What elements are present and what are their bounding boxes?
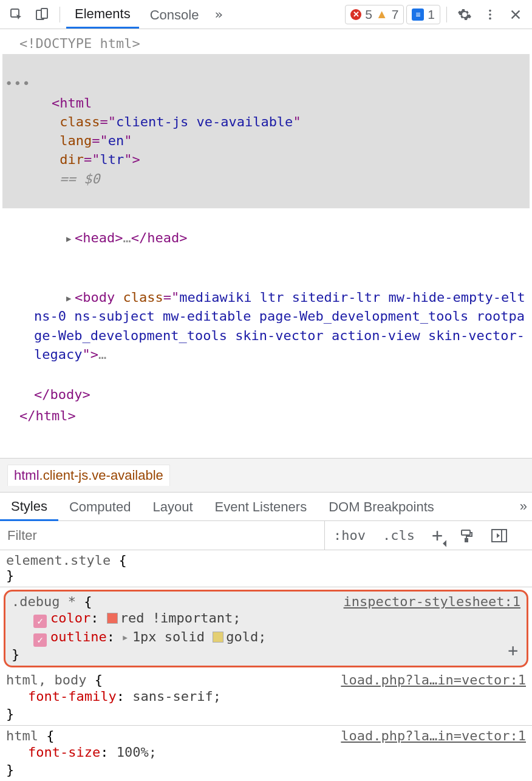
prop-row[interactable]: font-family: sans-serif;	[6, 687, 526, 706]
expand-triangle-icon[interactable]: ▶	[66, 233, 75, 245]
svg-point-4	[489, 13, 491, 16]
rule-element-style[interactable]: element.style { }	[0, 550, 532, 587]
styles-tabs: Styles Computed Layout Event Listeners D…	[0, 492, 532, 521]
color-swatch[interactable]	[213, 632, 223, 643]
svg-rect-7	[465, 539, 468, 542]
dom-doctype[interactable]: <!DOCTYPE html>	[2, 33, 530, 54]
prop-row[interactable]: ✓outline: ▶ 1px solid gold;	[12, 628, 520, 647]
checkbox-icon[interactable]: ✓	[33, 615, 47, 628]
source-link[interactable]: load.php?la…in=vector:1	[341, 728, 526, 743]
styles-filter-input[interactable]	[0, 521, 325, 550]
rule-html-body[interactable]: html, body { load.php?la…in=vector:1 fon…	[0, 670, 532, 726]
warning-icon: ▲	[376, 7, 388, 21]
warning-count: 7	[392, 7, 399, 22]
issue-count: 1	[428, 7, 435, 22]
tab-console[interactable]: Console	[142, 1, 208, 28]
issues-badge[interactable]: ≡ 1	[406, 5, 440, 24]
issue-icon: ≡	[412, 9, 424, 21]
prop-row[interactable]: font-size: 100%;	[6, 743, 526, 762]
tab-computed[interactable]: Computed	[58, 493, 142, 520]
rule-html[interactable]: html { load.php?la…in=vector:1 font-size…	[0, 726, 532, 781]
svg-point-5	[489, 17, 491, 19]
color-swatch[interactable]	[107, 613, 118, 624]
svg-rect-6	[462, 530, 470, 535]
more-tabs-icon[interactable]: »	[210, 7, 227, 22]
tab-elements[interactable]: Elements	[66, 0, 139, 29]
separator	[60, 7, 60, 22]
hov-toggle[interactable]: :hov	[325, 521, 374, 550]
kebab-menu-icon[interactable]	[479, 3, 502, 26]
device-toggle-icon[interactable]	[30, 3, 53, 26]
tab-dom-breakpoints[interactable]: DOM Breakpoints	[318, 493, 445, 520]
new-style-rule-button[interactable]: +	[423, 521, 451, 550]
breadcrumb-bar: html.client-js.ve-available	[0, 458, 532, 492]
dom-head[interactable]: ▶<head>…</head>	[2, 208, 530, 268]
rule-debug-star[interactable]: .debug * { inspector-stylesheet:1 ✓color…	[4, 590, 528, 667]
source-link[interactable]: load.php?la…in=vector:1	[341, 672, 526, 687]
expand-triangle-icon[interactable]: ▶	[66, 293, 75, 305]
svg-rect-2	[41, 9, 47, 18]
svg-point-3	[489, 9, 491, 12]
close-icon[interactable]	[504, 3, 527, 26]
add-rule-icon[interactable]: +	[508, 641, 518, 661]
error-count: 5	[365, 7, 372, 22]
paint-icon[interactable]	[451, 521, 483, 550]
dom-tree-panel[interactable]: <!DOCTYPE html> ••• <html class="client-…	[0, 29, 532, 458]
inspect-icon[interactable]	[5, 3, 28, 26]
tab-event-listeners[interactable]: Event Listeners	[204, 493, 318, 520]
dom-html-open[interactable]: ••• <html class="client-js ve-available"…	[2, 54, 530, 208]
devtools-toolbar: Elements Console » ✕ 5 ▲ 7 ≡ 1	[0, 0, 532, 29]
ellipsis-icon: •••	[5, 74, 31, 93]
computed-panel-toggle-icon[interactable]	[483, 521, 516, 550]
gear-icon[interactable]	[453, 3, 476, 26]
styles-rules-panel: element.style { } .debug * { inspector-s…	[0, 550, 532, 781]
cls-toggle[interactable]: .cls	[374, 521, 423, 550]
tab-layout[interactable]: Layout	[142, 493, 203, 520]
dom-body-close[interactable]: </body>	[2, 384, 530, 405]
checkbox-icon[interactable]: ✓	[33, 633, 47, 647]
expand-shorthand-icon[interactable]: ▶	[123, 633, 132, 642]
more-tabs-icon[interactable]: »	[515, 499, 532, 514]
tab-styles[interactable]: Styles	[0, 493, 58, 521]
dom-body-open[interactable]: ▶<body class="mediawiki ltr sitedir-ltr …	[2, 268, 530, 384]
prop-row[interactable]: ✓color: red !important;	[12, 609, 520, 628]
separator	[446, 7, 447, 22]
errors-warnings-badge[interactable]: ✕ 5 ▲ 7	[345, 5, 404, 24]
dom-html-close[interactable]: </html>	[2, 405, 530, 426]
error-icon: ✕	[350, 9, 361, 20]
breadcrumb-chip[interactable]: html.client-js.ve-available	[7, 465, 170, 486]
source-link[interactable]: inspector-stylesheet:1	[344, 594, 520, 609]
styles-filter-row: :hov .cls +	[0, 521, 532, 550]
